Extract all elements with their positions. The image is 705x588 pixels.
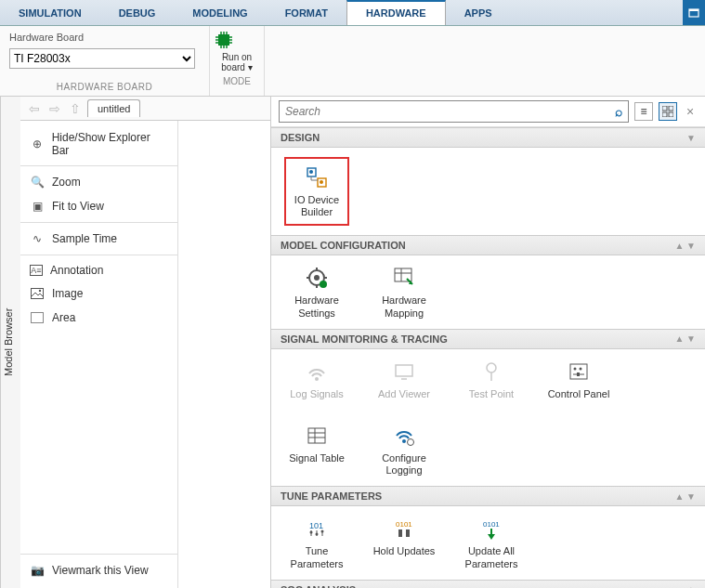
svg-rect-38 bbox=[396, 365, 412, 376]
area-icon bbox=[30, 310, 45, 325]
section-header-signal[interactable]: SIGNAL MONITORING & TRACING ▲ ▼ bbox=[271, 329, 705, 349]
nav-up-icon[interactable]: ⇧ bbox=[67, 100, 84, 117]
document-tabbar: ⇦ ⇨ ⇧ untitled bbox=[20, 97, 270, 121]
camera-icon: 📷 bbox=[30, 563, 45, 578]
menu-viewmark[interactable]: 📷 Viewmark this View bbox=[20, 558, 177, 582]
tool-update-all-parameters[interactable]: 0101 Update All Parameters bbox=[459, 516, 524, 569]
mode-section: Run on board ▾ MODE bbox=[209, 26, 265, 96]
menu-fit-to-view[interactable]: ▣ Fit to View bbox=[20, 194, 177, 218]
svg-point-51 bbox=[402, 439, 406, 443]
toolbar-row: Hardware Board TI F28003x HARDWARE BOARD… bbox=[0, 26, 705, 97]
image-icon bbox=[30, 286, 45, 301]
hardware-board-select[interactable]: TI F28003x bbox=[9, 48, 195, 69]
svg-point-37 bbox=[315, 377, 319, 381]
list-view-button[interactable]: ≡ bbox=[634, 102, 653, 121]
tool-log-signals: Log Signals bbox=[284, 359, 349, 400]
svg-point-59 bbox=[321, 530, 324, 533]
run-on-board-label[interactable]: Run on board ▾ bbox=[214, 52, 260, 72]
search-box[interactable]: ⌕ bbox=[279, 100, 629, 123]
update-icon: 0101 bbox=[478, 516, 504, 542]
tool-hardware-settings[interactable]: Hardware Settings bbox=[284, 265, 349, 319]
svg-rect-20 bbox=[662, 112, 667, 117]
section-header-design[interactable]: DESIGN ▼ bbox=[271, 127, 705, 148]
svg-point-43 bbox=[574, 367, 577, 370]
svg-rect-21 bbox=[669, 112, 673, 117]
search-input[interactable] bbox=[285, 105, 615, 118]
main-tabstrip: SIMULATION DEBUG MODELING FORMAT HARDWAR… bbox=[0, 0, 705, 26]
search-icon[interactable]: ⌕ bbox=[615, 104, 622, 119]
svg-text:0101: 0101 bbox=[483, 520, 500, 529]
svg-point-44 bbox=[580, 367, 582, 370]
monitor-icon bbox=[391, 359, 417, 385]
svg-rect-62 bbox=[406, 529, 410, 537]
sliders-icon bbox=[566, 359, 592, 385]
menu-zoom[interactable]: 🔍 Zoom bbox=[20, 170, 177, 194]
mapping-icon bbox=[391, 265, 417, 291]
svg-rect-15 bbox=[32, 289, 44, 299]
chevron-down-icon: ▼ bbox=[686, 133, 696, 143]
svg-rect-61 bbox=[398, 529, 402, 537]
tool-control-panel[interactable]: Control Panel bbox=[546, 359, 611, 400]
tool-add-viewer: Add Viewer bbox=[372, 359, 437, 400]
sample-time-icon: ∿ bbox=[30, 231, 45, 246]
tab-debug[interactable]: DEBUG bbox=[100, 0, 175, 25]
menu-sample-time[interactable]: ∿ Sample Time bbox=[20, 227, 177, 251]
hardware-panel: ⌕ ≡ × DESIGN ▼ IO Device Builder MODEL C… bbox=[271, 97, 705, 588]
svg-point-40 bbox=[487, 363, 496, 372]
tool-hardware-mapping[interactable]: Hardware Mapping bbox=[372, 265, 437, 319]
svg-rect-1 bbox=[689, 9, 698, 11]
table-icon bbox=[304, 423, 330, 449]
section-header-tune[interactable]: TUNE PARAMETERS ▲ ▼ bbox=[271, 486, 705, 506]
grid-view-button[interactable] bbox=[659, 102, 677, 121]
svg-point-27 bbox=[314, 275, 320, 281]
tool-io-device-builder[interactable]: IO Device Builder bbox=[284, 157, 349, 226]
expand-icon[interactable] bbox=[683, 0, 705, 25]
tab-simulation[interactable]: SIMULATION bbox=[0, 0, 100, 25]
chip-icon[interactable] bbox=[214, 30, 260, 50]
nav-forward-icon[interactable]: ⇨ bbox=[46, 100, 63, 117]
wifi-gear-icon bbox=[391, 423, 417, 449]
svg-point-52 bbox=[408, 438, 414, 445]
tool-configure-logging[interactable]: Configure Logging bbox=[372, 423, 437, 477]
svg-point-24 bbox=[309, 170, 313, 174]
menu-annotation[interactable]: A≡ Annotation bbox=[20, 259, 177, 281]
svg-marker-65 bbox=[488, 534, 495, 540]
chevron-icons: ▲ ▼ bbox=[674, 241, 696, 251]
tool-test-point: Test Point bbox=[459, 359, 524, 400]
tab-modeling[interactable]: MODELING bbox=[174, 0, 266, 25]
target-icon: ⊕ bbox=[30, 137, 45, 151]
svg-point-58 bbox=[316, 533, 319, 536]
section-header-soc[interactable]: SOC ANALYSIS ▲ bbox=[271, 580, 705, 588]
model-browser-tab[interactable]: Model Browser bbox=[0, 97, 20, 588]
menu-hide-show-explorer[interactable]: ⊕ Hide/Show Explorer Bar bbox=[20, 126, 177, 162]
hold-icon: 0101 bbox=[391, 516, 417, 542]
tab-hardware[interactable]: HARDWARE bbox=[346, 0, 446, 25]
document-tab-untitled[interactable]: untitled bbox=[87, 99, 140, 117]
nav-back-icon[interactable]: ⇦ bbox=[26, 100, 43, 117]
tool-tune-parameters[interactable]: 101 Tune Parameters bbox=[284, 516, 349, 569]
section-header-model-config[interactable]: MODEL CONFIGURATION ▲ ▼ bbox=[271, 235, 705, 255]
svg-rect-47 bbox=[308, 428, 325, 443]
tab-format[interactable]: FORMAT bbox=[267, 0, 346, 25]
chevron-up-icon: ▲ bbox=[686, 584, 696, 588]
svg-rect-18 bbox=[662, 106, 667, 111]
menu-image[interactable]: Image bbox=[20, 281, 177, 306]
mode-section-label: MODE bbox=[214, 76, 260, 86]
close-panel-button[interactable]: × bbox=[683, 104, 698, 119]
pin-icon bbox=[478, 359, 504, 385]
svg-point-16 bbox=[39, 290, 41, 292]
model-canvas[interactable] bbox=[178, 121, 270, 588]
tool-signal-table[interactable]: Signal Table bbox=[284, 423, 349, 477]
svg-text:0101: 0101 bbox=[396, 520, 412, 529]
tune-icon: 101 bbox=[304, 516, 330, 542]
zoom-icon: 🔍 bbox=[30, 175, 45, 189]
svg-rect-19 bbox=[669, 106, 673, 111]
svg-text:101: 101 bbox=[309, 521, 323, 530]
svg-point-32 bbox=[320, 281, 327, 288]
wifi-icon bbox=[304, 359, 330, 385]
menu-area[interactable]: Area bbox=[20, 306, 177, 330]
tab-apps[interactable]: APPS bbox=[446, 0, 511, 25]
chevron-icons: ▲ ▼ bbox=[674, 333, 696, 344]
tool-hold-updates[interactable]: 0101 Hold Updates bbox=[372, 516, 437, 569]
hardware-board-label: Hardware Board bbox=[9, 32, 200, 43]
